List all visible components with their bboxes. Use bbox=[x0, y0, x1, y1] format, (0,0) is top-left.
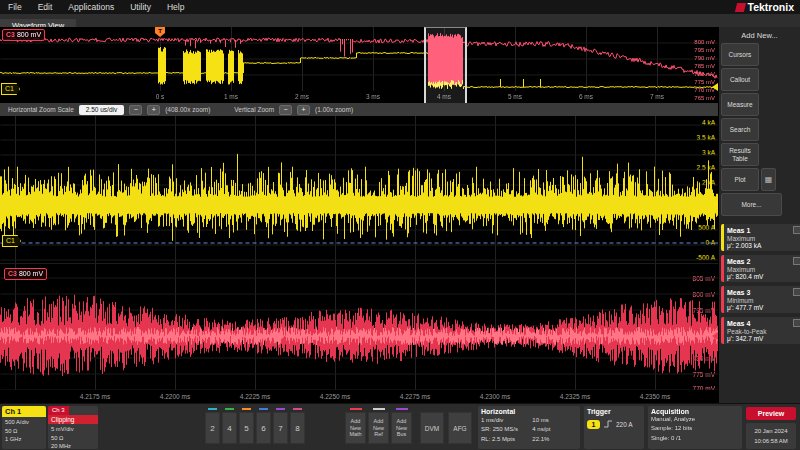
oscilloscope-screen: File Edit Applications Utility Help Tekt… bbox=[0, 0, 800, 450]
ch1-settings-badge[interactable]: Ch 1 500 A/div 50 Ω 1 GHz bbox=[2, 406, 46, 449]
add-new-math-line2: Math bbox=[349, 431, 361, 438]
meas-1-value: μ': 2.003 kA bbox=[727, 242, 800, 249]
horizontal-zoom-scale-label: Horizontal Zoom Scale bbox=[8, 106, 74, 113]
zoom-time-label: 4.2200 ms bbox=[160, 393, 190, 400]
add-new-ref-button[interactable]: Add New Ref bbox=[368, 412, 389, 444]
more-button[interactable]: More... bbox=[721, 193, 782, 216]
zoom-selection-box[interactable] bbox=[424, 27, 467, 103]
menu-utility[interactable]: Utility bbox=[130, 2, 151, 12]
dvm-button[interactable]: DVM bbox=[420, 412, 444, 444]
ch3-label: C3 bbox=[6, 31, 15, 38]
tektronix-logo-text: Tektronix bbox=[748, 1, 794, 13]
ch2-color-icon bbox=[208, 408, 217, 410]
ch3-zoom-badge[interactable]: C3800 mV bbox=[4, 268, 47, 280]
plot-button[interactable]: Plot bbox=[721, 168, 759, 191]
ch3-settings-badge[interactable]: Ch 3 Clipping 5 mV/div 50 Ω 20 MHz bbox=[48, 406, 98, 449]
channel-7-button[interactable]: 7 bbox=[273, 412, 288, 444]
acquisition-settings-badge[interactable]: Acquisition Manual, Analyze Sample: 12 b… bbox=[648, 406, 742, 449]
channel-4-button[interactable]: 4 bbox=[222, 412, 237, 444]
ch3-zoom-waveform-canvas[interactable] bbox=[0, 264, 718, 391]
meas-3-badge[interactable]: Meas 3 Minimum μ': 477.7 mV bbox=[721, 286, 800, 313]
add-new-bus-button[interactable]: Add New Bus bbox=[391, 412, 412, 444]
ch4-color-icon bbox=[225, 408, 234, 410]
horizontal-sample-rate: SR: 250 MS/s bbox=[481, 425, 532, 434]
horizontal-window: 10 ms bbox=[532, 416, 577, 425]
zoom-time-label: 4.2225 ms bbox=[240, 393, 270, 400]
meas-expand-icon[interactable] bbox=[793, 257, 800, 265]
meas-4-badge[interactable]: Meas 4 Peak-to-Peak μ': 342.7 mV bbox=[721, 317, 800, 344]
horizontal-settings-badge[interactable]: Horizontal 1 ms/div 10 ms SR: 250 MS/s 4… bbox=[478, 406, 580, 449]
zoom-view-ch1: 4 kA 3.5 kA 3 kA 2.5 kA 2 kA 1.5 kA 1 kA… bbox=[0, 116, 718, 263]
ch1-bandwidth: 1 GHz bbox=[5, 435, 43, 444]
ch1-ground-marker[interactable]: C1 bbox=[2, 235, 21, 247]
channel-2-button[interactable]: 2 bbox=[205, 412, 220, 444]
vertical-zoom-minus-button[interactable]: − bbox=[279, 105, 292, 115]
meas-4-type: Peak-to-Peak bbox=[727, 328, 800, 335]
apps-grid-icon-button[interactable]: ▦ bbox=[761, 168, 776, 191]
ch1-zoom-waveform-canvas[interactable] bbox=[0, 116, 718, 263]
meas-1-badge[interactable]: Meas 1 Maximum μ': 2.003 kA bbox=[721, 224, 800, 251]
zoom-time-label: 4.2275 ms bbox=[400, 393, 430, 400]
meas-4-value: μ': 342.7 mV bbox=[727, 335, 800, 342]
preview-button[interactable]: Preview bbox=[746, 407, 796, 420]
acquisition-single: Single: 0 /1 bbox=[651, 434, 739, 443]
trigger-source-badge: 1 bbox=[587, 420, 600, 429]
channel-5-button[interactable]: 5 bbox=[239, 412, 254, 444]
add-new-math-button[interactable]: Add New Math bbox=[345, 412, 366, 444]
trigger-settings-badge[interactable]: Trigger 1 220 A bbox=[584, 406, 644, 449]
cursors-button[interactable]: Cursors bbox=[721, 43, 759, 66]
ch7-color-icon bbox=[276, 408, 285, 410]
overview-ch3-badge[interactable]: C3800 mV bbox=[2, 29, 45, 41]
zoom-time-label: 4.2175 ms bbox=[80, 393, 110, 400]
overview-axis-label: 795 mV bbox=[694, 47, 715, 53]
overview-waveform-canvas[interactable] bbox=[0, 27, 718, 103]
ref-color-icon bbox=[373, 408, 385, 410]
meas-expand-icon[interactable] bbox=[793, 226, 800, 234]
acquisition-title: Acquisition bbox=[651, 408, 739, 415]
vertical-zoom-plus-button[interactable]: + bbox=[297, 105, 310, 115]
menu-applications[interactable]: Applications bbox=[68, 2, 114, 12]
horizontal-zoom-plus-button[interactable]: + bbox=[147, 105, 160, 115]
channel-6-button[interactable]: 6 bbox=[256, 412, 271, 444]
horizontal-title: Horizontal bbox=[481, 408, 577, 415]
meas-2-badge[interactable]: Meas 2 Maximum μ': 820.4 mV bbox=[721, 255, 800, 282]
overview-axis-label: 800 mV bbox=[694, 39, 715, 45]
bus-color-icon bbox=[396, 408, 408, 410]
meas-1-type: Maximum bbox=[727, 235, 800, 242]
ch6-color-icon bbox=[259, 408, 268, 410]
date-label: 20 Jan 2024 bbox=[746, 427, 796, 437]
callout-button[interactable]: Callout bbox=[721, 68, 759, 91]
menu-edit[interactable]: Edit bbox=[38, 2, 53, 12]
overview-time-label: 0 s bbox=[156, 93, 165, 100]
meas-3-name: Meas 3 bbox=[727, 289, 750, 296]
overview-axis-label: 780 mV bbox=[694, 71, 715, 77]
horizontal-zoom-scale-value[interactable]: 2.50 us/div bbox=[79, 105, 124, 115]
tektronix-logo: Tektronix bbox=[736, 1, 794, 13]
menu-file[interactable]: File bbox=[8, 2, 22, 12]
overview-time-label: 5 ms bbox=[508, 93, 522, 100]
measure-button[interactable]: Measure bbox=[721, 93, 759, 116]
horizontal-zoom-minus-button[interactable]: − bbox=[129, 105, 142, 115]
ch3-bandwidth: 20 MHz bbox=[51, 442, 95, 449]
overview-axis-label: 785 mV bbox=[694, 63, 715, 69]
channel-8-button[interactable]: 8 bbox=[290, 412, 305, 444]
zoom-time-label: 4.2325 ms bbox=[560, 393, 590, 400]
meas-3-type: Minimum bbox=[727, 297, 800, 304]
search-button[interactable]: Search bbox=[721, 118, 759, 141]
menu-help[interactable]: Help bbox=[167, 2, 184, 12]
afg-button[interactable]: AFG bbox=[448, 412, 472, 444]
time-label: 10:06:58 AM bbox=[746, 437, 796, 447]
tektronix-logo-icon bbox=[734, 3, 745, 12]
trigger-title: Trigger bbox=[587, 408, 641, 415]
overview-ch1-marker[interactable]: C1 bbox=[1, 83, 20, 95]
ch3-scale: 5 mV/div bbox=[51, 425, 95, 434]
meas-1-name: Meas 1 bbox=[727, 227, 750, 234]
trigger-level: 220 A bbox=[616, 421, 633, 428]
meas-expand-icon[interactable] bbox=[793, 319, 800, 327]
datetime-badge[interactable]: 20 Jan 2024 10:06:58 AM bbox=[746, 423, 796, 449]
ch3-header: Ch 3 bbox=[48, 406, 69, 415]
horizontal-resolution: 4 ns/pt bbox=[532, 425, 577, 434]
meas-expand-icon[interactable] bbox=[793, 288, 800, 296]
results-table-button[interactable]: Results Table bbox=[721, 143, 759, 166]
zoom-time-label: 4.2250 ms bbox=[320, 393, 350, 400]
